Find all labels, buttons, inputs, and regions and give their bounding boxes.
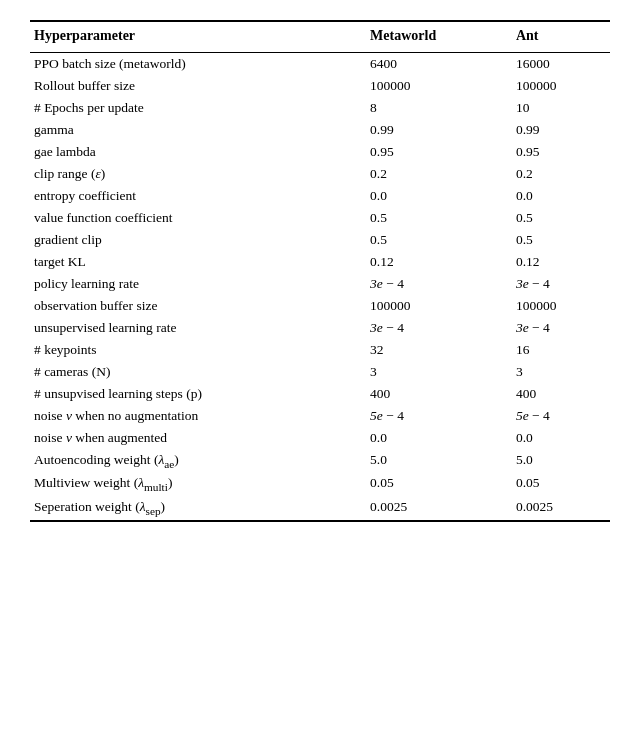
metaworld-value: 0.5 bbox=[366, 229, 512, 251]
table-row: # Epochs per update810 bbox=[30, 97, 610, 119]
metaworld-value: 8 bbox=[366, 97, 512, 119]
param-name: clip range (ε) bbox=[30, 163, 366, 185]
param-name: # Epochs per update bbox=[30, 97, 366, 119]
header-hyperparameter: Hyperparameter bbox=[30, 21, 366, 50]
ant-value: 16 bbox=[512, 339, 610, 361]
ant-value: 0.0 bbox=[512, 185, 610, 207]
ant-value: 0.0025 bbox=[512, 496, 610, 521]
ant-value: 0.5 bbox=[512, 207, 610, 229]
ant-value: 10 bbox=[512, 97, 610, 119]
param-name: unsupervised learning rate bbox=[30, 317, 366, 339]
table-row: gae lambda0.950.95 bbox=[30, 141, 610, 163]
ant-value: 5e − 4 bbox=[512, 405, 610, 427]
param-name: observation buffer size bbox=[30, 295, 366, 317]
metaworld-value: 0.5 bbox=[366, 207, 512, 229]
table-row: Seperation weight (λsep)0.00250.0025 bbox=[30, 496, 610, 521]
header-metaworld: Metaworld bbox=[366, 21, 512, 50]
metaworld-value: 32 bbox=[366, 339, 512, 361]
param-name: noise ν when no augmentation bbox=[30, 405, 366, 427]
param-name: # unsupvised learning steps (p) bbox=[30, 383, 366, 405]
param-name: PPO batch size (metaworld) bbox=[30, 52, 366, 75]
param-name: value function coefficient bbox=[30, 207, 366, 229]
table-row: target KL0.120.12 bbox=[30, 251, 610, 273]
metaworld-value: 3e − 4 bbox=[366, 273, 512, 295]
table-row: # keypoints3216 bbox=[30, 339, 610, 361]
param-name: # cameras (N) bbox=[30, 361, 366, 383]
param-name: Rollout buffer size bbox=[30, 75, 366, 97]
metaworld-value: 5e − 4 bbox=[366, 405, 512, 427]
ant-value: 100000 bbox=[512, 75, 610, 97]
table-row: Multiview weight (λmulti)0.050.05 bbox=[30, 472, 610, 496]
table-row: gamma0.990.99 bbox=[30, 119, 610, 141]
ant-value: 5.0 bbox=[512, 449, 610, 473]
metaworld-value: 0.99 bbox=[366, 119, 512, 141]
param-name: entropy coefficient bbox=[30, 185, 366, 207]
table-row: # cameras (N)33 bbox=[30, 361, 610, 383]
metaworld-value: 0.0 bbox=[366, 427, 512, 449]
param-name: gae lambda bbox=[30, 141, 366, 163]
table-row: noise ν when augmented0.00.0 bbox=[30, 427, 610, 449]
table-row: PPO batch size (metaworld)640016000 bbox=[30, 52, 610, 75]
ant-value: 100000 bbox=[512, 295, 610, 317]
table-row: Rollout buffer size100000100000 bbox=[30, 75, 610, 97]
metaworld-value: 3 bbox=[366, 361, 512, 383]
table-row: policy learning rate3e − 43e − 4 bbox=[30, 273, 610, 295]
metaworld-value: 100000 bbox=[366, 295, 512, 317]
table-row: Autoencoding weight (λae)5.05.0 bbox=[30, 449, 610, 473]
table-row: noise ν when no augmentation5e − 45e − 4 bbox=[30, 405, 610, 427]
param-name: gradient clip bbox=[30, 229, 366, 251]
metaworld-value: 0.12 bbox=[366, 251, 512, 273]
header-ant: Ant bbox=[512, 21, 610, 50]
ant-value: 0.99 bbox=[512, 119, 610, 141]
table-row: # unsupvised learning steps (p)400400 bbox=[30, 383, 610, 405]
ant-value: 3e − 4 bbox=[512, 273, 610, 295]
param-name: noise ν when augmented bbox=[30, 427, 366, 449]
metaworld-value: 400 bbox=[366, 383, 512, 405]
ant-value: 0.95 bbox=[512, 141, 610, 163]
table-row: entropy coefficient0.00.0 bbox=[30, 185, 610, 207]
param-name: Multiview weight (λmulti) bbox=[30, 472, 366, 496]
param-name: gamma bbox=[30, 119, 366, 141]
metaworld-value: 0.0 bbox=[366, 185, 512, 207]
table-row: observation buffer size100000100000 bbox=[30, 295, 610, 317]
metaworld-value: 100000 bbox=[366, 75, 512, 97]
table-row: unsupervised learning rate3e − 43e − 4 bbox=[30, 317, 610, 339]
metaworld-value: 0.0025 bbox=[366, 496, 512, 521]
metaworld-value: 5.0 bbox=[366, 449, 512, 473]
param-name: policy learning rate bbox=[30, 273, 366, 295]
metaworld-value: 3e − 4 bbox=[366, 317, 512, 339]
ant-value: 3e − 4 bbox=[512, 317, 610, 339]
ant-value: 0.0 bbox=[512, 427, 610, 449]
table-row: clip range (ε)0.20.2 bbox=[30, 163, 610, 185]
ant-value: 0.5 bbox=[512, 229, 610, 251]
metaworld-value: 0.05 bbox=[366, 472, 512, 496]
ant-value: 400 bbox=[512, 383, 610, 405]
param-name: # keypoints bbox=[30, 339, 366, 361]
ant-value: 0.05 bbox=[512, 472, 610, 496]
metaworld-value: 6400 bbox=[366, 52, 512, 75]
ant-value: 16000 bbox=[512, 52, 610, 75]
ant-value: 3 bbox=[512, 361, 610, 383]
metaworld-value: 0.95 bbox=[366, 141, 512, 163]
hyperparameter-table: Hyperparameter Metaworld Ant PPO batch s… bbox=[30, 20, 610, 522]
ant-value: 0.12 bbox=[512, 251, 610, 273]
table-row: value function coefficient0.50.5 bbox=[30, 207, 610, 229]
metaworld-value: 0.2 bbox=[366, 163, 512, 185]
param-name: Autoencoding weight (λae) bbox=[30, 449, 366, 473]
param-name: target KL bbox=[30, 251, 366, 273]
table-row: gradient clip0.50.5 bbox=[30, 229, 610, 251]
ant-value: 0.2 bbox=[512, 163, 610, 185]
param-name: Seperation weight (λsep) bbox=[30, 496, 366, 521]
